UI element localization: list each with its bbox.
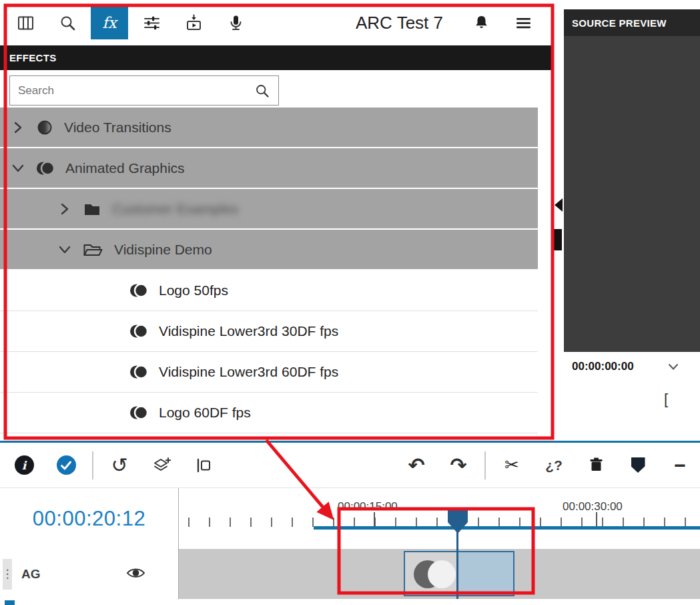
track-name: AG: [21, 567, 41, 582]
undo-button[interactable]: ↶: [400, 449, 432, 481]
tree-item-logo-60df[interactable]: Logo 60DF fps: [0, 393, 538, 433]
ruler-range-bar: [314, 526, 700, 530]
timeline-toolbar: i ↺ ↶ ↷: [0, 443, 700, 488]
export-video-icon: [185, 14, 203, 32]
panel-collapse-arrow-icon[interactable]: [555, 198, 563, 212]
insert-clip-button[interactable]: [188, 449, 220, 481]
export-video-button[interactable]: [175, 6, 212, 39]
settings-button[interactable]: [133, 6, 170, 39]
search-nav-button[interactable]: [49, 6, 86, 39]
app-title: ARC Test 7: [356, 13, 443, 33]
scissors-icon: ✂: [504, 455, 519, 475]
main-toolbar: fx ARC Test 7: [0, 0, 554, 45]
add-marker-button[interactable]: [622, 449, 654, 481]
track-drag-handle[interactable]: ⋮: [3, 559, 12, 590]
minus-icon: −: [674, 455, 686, 475]
folder-open-icon: [83, 242, 103, 258]
tree-item-label: Logo 50fps: [159, 282, 228, 298]
tree-item-video-transitions[interactable]: Video Transitions: [0, 108, 538, 147]
question-icon: ¿?: [545, 457, 563, 473]
chevron-down-icon[interactable]: [8, 160, 28, 177]
ruler-major-tick: [596, 512, 597, 527]
timeline-track-lane[interactable]: [179, 549, 700, 599]
voiceover-button[interactable]: [217, 6, 254, 39]
chevron-right-icon[interactable]: [8, 119, 28, 136]
search-icon[interactable]: [254, 83, 270, 99]
tree-item-label: Vidispine Demo: [114, 242, 212, 258]
timeline-clip[interactable]: [404, 551, 514, 596]
redo-icon: ↷: [450, 455, 466, 475]
hamburger-menu-icon: [514, 14, 533, 32]
source-preview-timecode: 00:00:00:00: [572, 360, 634, 373]
tree-item-logo-50fps[interactable]: Logo 50fps: [0, 270, 538, 311]
animated-graphics-icon: [36, 160, 55, 177]
check-circle-icon: [57, 455, 76, 475]
effects-panel: fx ARC Test 7: [0, 0, 554, 441]
tree-item-label: Logo 60DF fps: [159, 405, 251, 421]
delete-button[interactable]: [580, 449, 612, 481]
effects-search: [9, 75, 279, 106]
search-input[interactable]: [18, 84, 254, 97]
cut-button[interactable]: ✂: [496, 449, 528, 481]
tree-item-label: Animated Graphics: [65, 160, 185, 176]
notifications-button[interactable]: [462, 6, 500, 39]
tree-item-label: Customer Examples: [112, 201, 238, 217]
transition-icon: [412, 558, 460, 591]
effects-tab-button[interactable]: fx: [91, 6, 128, 39]
mark-in-button[interactable]: [: [564, 391, 700, 408]
info-button[interactable]: i: [8, 449, 40, 481]
tree-item-customer-examples[interactable]: Customer Examples: [0, 189, 538, 228]
animated-graphic-icon: [129, 323, 148, 340]
ruler-label-15s: 00:00:15:00: [338, 500, 398, 514]
tree-item-label: Video Transitions: [64, 120, 171, 136]
search-icon: [59, 14, 77, 32]
timeline-ruler[interactable]: 00:00:15:00 00:00:30:00: [179, 488, 700, 549]
sliders-icon: [143, 14, 161, 32]
next-track-tab[interactable]: [5, 600, 15, 605]
tree-item-lower3rd-30df[interactable]: Vidispine Lower3rd 30DF fps: [0, 311, 538, 352]
rotate-ccw-icon: ↺: [111, 455, 127, 475]
redo-button[interactable]: ↷: [442, 449, 474, 481]
microphone-icon: [227, 14, 245, 32]
chevron-right-icon[interactable]: [55, 200, 75, 218]
undo-icon: ↶: [408, 455, 424, 475]
track-visibility-button[interactable]: [125, 565, 146, 584]
fx-icon: fx: [102, 14, 116, 31]
ruler-major-tick: [374, 512, 375, 527]
timeline-current-timecode: 00:00:20:12: [0, 488, 179, 549]
source-preview-timecode-row: 00:00:00:00: [564, 352, 700, 381]
eye-icon: [125, 565, 146, 581]
ruler-label-30s: 00:00:30:00: [563, 500, 623, 514]
reset-button[interactable]: ↺: [103, 449, 135, 481]
effects-tree: Video Transitions Animated Graphics Cust…: [0, 108, 538, 433]
marker-icon: [631, 457, 645, 473]
toolbar-divider: [92, 451, 93, 479]
chevron-down-icon[interactable]: [55, 241, 75, 258]
tree-item-label: Vidispine Lower3rd 60DF fps: [159, 364, 338, 380]
timeline-header-row: 00:00:20:12 00:00:15:00 00:00:30:00: [0, 488, 700, 549]
insert-clip-icon: [194, 456, 213, 475]
tree-item-animated-graphics[interactable]: Animated Graphics: [0, 148, 538, 188]
tree-item-lower3rd-60df[interactable]: Vidispine Lower3rd 60DF fps: [0, 352, 538, 393]
menu-button[interactable]: [504, 6, 542, 39]
zoom-out-button[interactable]: −: [664, 449, 696, 481]
bell-icon: [472, 14, 490, 32]
panels-button[interactable]: [7, 6, 44, 39]
panel-resize-handle[interactable]: [553, 229, 562, 250]
source-preview-viewer: [564, 36, 700, 352]
info-icon: i: [15, 455, 34, 475]
chevron-down-icon[interactable]: [668, 363, 679, 371]
tree-item-vidispine-demo[interactable]: Vidispine Demo: [0, 230, 538, 269]
animated-graphic-icon: [129, 404, 148, 421]
ripple-delete-button[interactable]: ¿?: [538, 449, 570, 481]
approve-button[interactable]: [50, 449, 82, 481]
layers-plus-icon: [151, 456, 171, 475]
animated-graphic-icon: [129, 363, 148, 381]
columns-icon: [17, 14, 35, 32]
add-layer-button[interactable]: [145, 449, 178, 481]
next-track-row: [0, 600, 700, 605]
transition-fade-icon: [36, 119, 53, 136]
trash-icon: [587, 456, 605, 474]
folder-icon: [83, 201, 101, 217]
source-preview-panel: SOURCE PREVIEW 00:00:00:00 [: [564, 9, 700, 408]
